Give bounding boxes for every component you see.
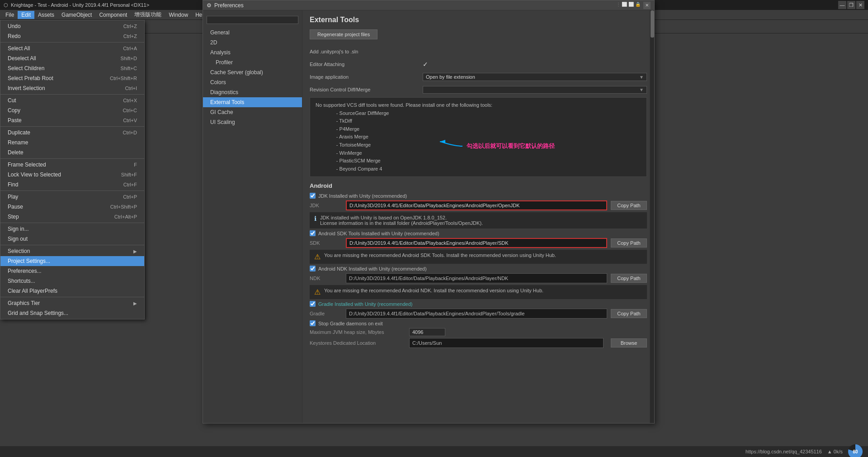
sidebar-item-cache-server[interactable]: Cache Server (global) [203,67,302,77]
stop-gradle-checkbox[interactable] [310,320,316,326]
status-bar: https://blog.csdn.net/qq_42345116 ▲ 0k/s… [0,446,868,457]
ctx-find[interactable]: Find Ctrl+F [0,180,144,190]
jdk-info-box: ℹ JDK installed with Unity is based on O… [310,212,647,228]
menu-enhanced[interactable]: 增强版功能 [131,10,165,19]
keystores-path-input[interactable] [409,338,604,348]
revision-control-row: Revision Control Diff/Merge ▼ [310,85,647,95]
ndk-checkbox[interactable] [310,266,316,271]
unity-logo-icon: ⬡ [4,2,8,8]
jdk-info-icon: ℹ [314,215,316,222]
sidebar-item-colors[interactable]: Colors [203,77,302,87]
ctx-lock-view[interactable]: Lock View to Selected Shift+F [0,170,144,180]
jdk-copy-btn[interactable]: Copy Path [611,201,647,210]
ctx-select-prefab-root-shortcut: Ctrl+Shift+R [110,76,137,81]
add-unityproj-row: Add .unityproj's to .sln [310,47,647,57]
sidebar-item-general[interactable]: General [203,28,302,38]
ctx-play-shortcut: Ctrl+P [123,194,137,200]
sidebar-item-profiler[interactable]: Profiler [203,57,302,67]
ctx-project-settings[interactable]: Project Settings... [0,256,144,266]
pref-close-btn[interactable]: ✕ [643,2,651,9]
sidebar-item-2d[interactable]: 2D [203,38,302,48]
ctx-shortcuts[interactable]: Shortcuts... [0,276,144,286]
ndk-warning-text: You are missing the recommended Android … [324,288,543,293]
ndk-copy-btn[interactable]: Copy Path [611,274,647,283]
sdk-checkbox-label: Android SDK Tools Installed with Unity (… [318,231,439,236]
browse-btn[interactable]: Browse [611,338,647,348]
gradle-path-input[interactable] [346,309,607,319]
sidebar-item-analysis[interactable]: Analysis [203,48,302,57]
vcs-line-3: - P4Merge [316,125,641,133]
ndk-path-input[interactable] [346,273,607,283]
ctx-preferences[interactable]: Preferences... [0,266,144,276]
ctx-invert-selection[interactable]: Invert Selection Ctrl+I [0,83,144,93]
ctx-play[interactable]: Play Ctrl+P [0,192,144,202]
ctx-invert-selection-shortcut: Ctrl+I [125,86,137,91]
ctx-redo[interactable]: Redo Ctrl+Z [0,31,144,41]
menu-assets[interactable]: Assets [34,11,58,19]
revision-control-dropdown[interactable]: ▼ [423,86,647,94]
stop-gradle-row: Stop Gradle daemons on exit [310,320,647,326]
image-app-dropdown[interactable]: Open by file extension ▼ [423,73,647,81]
ctx-sign-out[interactable]: Sign out [0,234,144,244]
title-bar-controls[interactable]: — ❐ ✕ [838,1,864,9]
pref-win-icons: ⋮ ⬜ ⬜ 🔒 [616,2,641,9]
ctx-frame-selected[interactable]: Frame Selected F [0,160,144,170]
ctx-select-all-shortcut: Ctrl+A [123,46,137,51]
ctx-select-prefab-root[interactable]: Select Prefab Root Ctrl+Shift+R [0,73,144,83]
sidebar-item-diagnostics[interactable]: Diagnostics [203,87,302,97]
ctx-select-all[interactable]: Select All Ctrl+A [0,43,144,53]
ctx-sign-in-label: Sign in... [8,226,29,232]
jdk-checkbox[interactable] [310,193,316,199]
pref-content: General 2D Analysis Profiler Cache Serve… [203,10,654,423]
ctx-clear-prefs[interactable]: Clear All PlayerPrefs [0,286,144,296]
sdk-checkbox[interactable] [310,230,316,236]
menu-gameobject[interactable]: GameObject [58,11,95,19]
jdk-path-input[interactable] [346,200,607,210]
ndk-path-row: NDK Copy Path [310,273,647,283]
sidebar-item-gi-cache[interactable]: GI Cache [203,107,302,117]
network-up: ▲ [827,449,832,454]
ctx-graphics-tier-arrow: ▶ [133,301,137,306]
menu-window[interactable]: Window [165,11,192,19]
pref-search-input[interactable] [207,16,298,24]
gradle-path-row: Gradle Copy Path [310,309,647,319]
menu-edit[interactable]: Edit [18,11,34,19]
menu-file[interactable]: File [2,11,18,19]
gradle-checkbox[interactable] [310,301,316,307]
pref-title-text: Preferences [214,2,244,9]
ctx-step[interactable]: Step Ctrl+Alt+P [0,212,144,222]
minimize-button[interactable]: — [838,1,846,9]
gradle-copy-btn[interactable]: Copy Path [611,309,647,318]
sdk-copy-btn[interactable]: Copy Path [611,238,647,248]
sidebar-item-ui-scaling[interactable]: UI Scaling [203,117,302,127]
maximize-button[interactable]: ❐ [847,1,855,9]
sidebar-item-external-tools[interactable]: External Tools [203,97,302,107]
title-bar-left: ⬡ Knightage - Test - Android - Unity 201… [4,2,149,8]
ctx-copy[interactable]: Copy Ctrl+C [0,105,144,115]
regenerate-btn[interactable]: Regenerate project files [310,29,377,39]
ctx-grid-snap[interactable]: Grid and Snap Settings... [0,308,144,318]
ctx-cut[interactable]: Cut Ctrl+X [0,95,144,105]
ndk-warning-box: ⚠ You are missing the recommended Androi… [310,285,647,299]
ctx-pause[interactable]: Pause Ctrl+Shift+P [0,202,144,212]
ctx-rename[interactable]: Rename [0,138,144,148]
close-button[interactable]: ✕ [856,1,864,9]
add-unityproj-label: Add .unityproj's to .sln [310,49,423,54]
ctx-sign-out-label: Sign out [8,236,28,242]
ctx-undo[interactable]: Undo Ctrl+Z [0,21,144,31]
ctx-delete[interactable]: Delete [0,148,144,157]
ctx-paste[interactable]: Paste Ctrl+V [0,115,144,125]
ctx-graphics-tier[interactable]: Graphics Tier ▶ [0,298,144,308]
ctx-sign-in[interactable]: Sign in... [0,224,144,234]
ctx-select-children[interactable]: Select Children Shift+C [0,63,144,73]
sdk-path-input[interactable] [346,238,607,248]
ctx-deselect-all[interactable]: Deselect All Shift+D [0,53,144,63]
menu-component[interactable]: Component [95,11,131,19]
ctx-selection[interactable]: Selection ▶ [0,246,144,256]
edit-context-menu[interactable]: Undo Ctrl+Z Redo Ctrl+Z Select All Ctrl+… [0,20,145,319]
ndk-checkbox-row: Android NDK Installed with Unity (recomm… [310,266,647,271]
ctx-duplicate[interactable]: Duplicate Ctrl+D [0,128,144,138]
max-jvm-input[interactable] [409,328,445,336]
pref-win-controls[interactable]: ⋮ ⬜ ⬜ 🔒 ✕ [616,2,651,9]
pref-scrollbar[interactable] [650,10,654,423]
